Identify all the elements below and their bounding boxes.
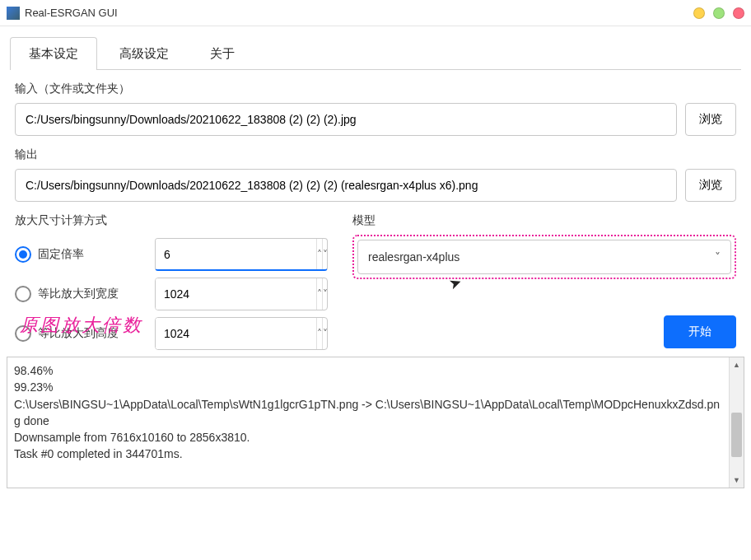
scale-width-spinner[interactable]: ˄ ˅: [155, 278, 328, 310]
close-button[interactable]: [733, 7, 744, 19]
scroll-up-icon[interactable]: ▲: [730, 357, 744, 372]
tabbar: 基本设定 高级设定 关于: [0, 26, 751, 69]
radio-fixed-ratio[interactable]: 固定倍率: [15, 246, 155, 263]
tab-about[interactable]: 关于: [191, 37, 254, 70]
spinner-up-icon[interactable]: ˄: [316, 239, 322, 269]
radio-scale-height[interactable]: 等比放大到高度: [15, 325, 155, 342]
radio-circle-icon: [15, 325, 31, 342]
input-path-field[interactable]: [15, 103, 677, 136]
resize-method-label: 放大尺寸计算方式: [15, 213, 328, 228]
scroll-track[interactable]: [730, 372, 744, 473]
titlebar: Real-ESRGAN GUI: [0, 0, 751, 26]
app-icon: [7, 7, 20, 20]
spinner-up-icon[interactable]: ˄: [316, 278, 322, 310]
radio-scale-width[interactable]: 等比放大到宽度: [15, 286, 155, 302]
spinner-down-icon[interactable]: ˅: [322, 278, 328, 310]
content-pane: 输入（文件或文件夹） 浏览 输出 浏览 放大尺寸计算方式 固定倍率 ˄ ˅: [0, 70, 751, 348]
radio-circle-icon: [15, 246, 31, 263]
scale-width-value[interactable]: [156, 278, 316, 310]
scroll-thumb[interactable]: [731, 413, 742, 457]
output-browse-button[interactable]: 浏览: [685, 169, 736, 202]
model-label: 模型: [352, 213, 736, 228]
fixed-ratio-spinner[interactable]: ˄ ˅: [155, 238, 328, 271]
log-scrollbar[interactable]: ▲ ▼: [729, 357, 744, 488]
model-value: realesrgan-x4plus: [368, 250, 459, 264]
radio-fixed-ratio-label: 固定倍率: [38, 247, 84, 262]
spinner-down-icon[interactable]: ˅: [322, 318, 328, 349]
radio-scale-height-label: 等比放大到高度: [38, 326, 119, 341]
spinner-down-icon[interactable]: ˅: [322, 239, 328, 269]
cursor-icon: ➤: [446, 273, 464, 294]
scroll-down-icon[interactable]: ▼: [730, 473, 744, 488]
scale-height-spinner[interactable]: ˄ ˅: [155, 317, 328, 350]
tab-advanced[interactable]: 高级设定: [100, 37, 188, 70]
input-browse-button[interactable]: 浏览: [685, 103, 736, 136]
model-dropdown[interactable]: realesrgan-x4plus ˅: [357, 240, 731, 274]
tab-basic[interactable]: 基本设定: [10, 37, 97, 70]
spinner-up-icon[interactable]: ˄: [316, 318, 322, 349]
fixed-ratio-value[interactable]: [156, 239, 316, 269]
log-output[interactable]: 98.46% 99.23% C:\Users\BINGSU~1\AppData\…: [7, 357, 729, 488]
radio-scale-width-label: 等比放大到宽度: [38, 287, 119, 301]
output-label: 输出: [15, 147, 736, 162]
maximize-button[interactable]: [713, 7, 725, 19]
window-title: Real-ESRGAN GUI: [25, 7, 685, 19]
log-container: 98.46% 99.23% C:\Users\BINGSU~1\AppData\…: [7, 357, 744, 488]
radio-circle-icon: [15, 286, 31, 302]
chevron-down-icon: ˅: [715, 250, 721, 264]
model-highlight-box: realesrgan-x4plus ˅ ➤: [352, 235, 736, 279]
minimize-button[interactable]: [693, 7, 705, 19]
scale-height-value[interactable]: [156, 318, 316, 349]
output-path-field[interactable]: [15, 169, 677, 202]
input-label: 输入（文件或文件夹）: [15, 82, 736, 96]
